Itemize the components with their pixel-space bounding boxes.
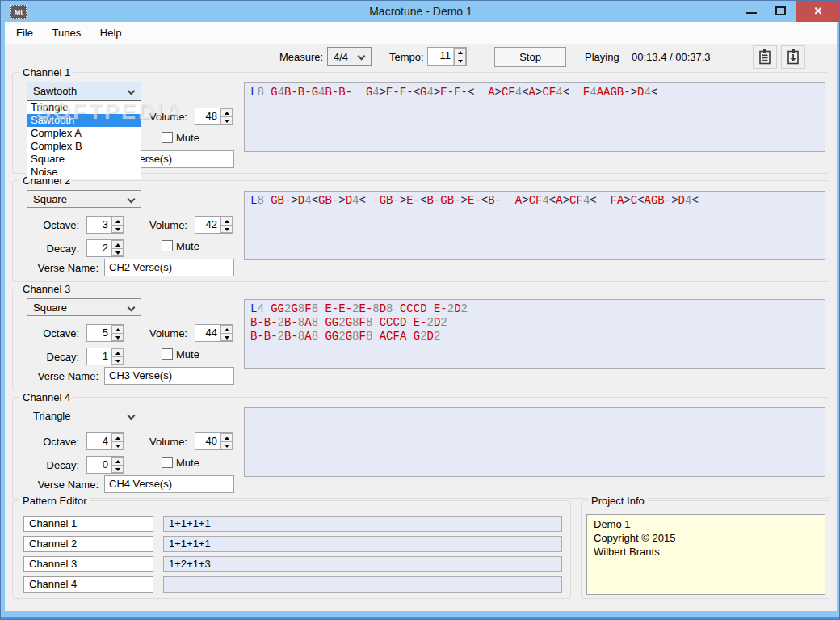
ch2-waveform-combo[interactable]: Square [27,190,141,208]
ch3-verse-input[interactable]: CH3 Verse(s) [104,367,234,385]
ch4-verse-input[interactable]: CH4 Verse(s) [104,475,234,493]
ch1-notes-editor[interactable]: L8 G4B-B-G4B-B- G4>E-E-<G4>E-E-< A>CF4<A… [244,82,825,152]
title-bar[interactable]: Mt Macrotune - Demo 1 ✕ [1,1,840,22]
tempo-spin-up[interactable] [454,48,466,57]
channel4-title: Channel 4 [19,391,74,403]
ch2-volume-spinner[interactable]: 42 [195,216,233,234]
channel1-title: Channel 1 [19,66,74,78]
ch2-mute-checkbox[interactable] [162,240,173,251]
ch4-waveform-value: Triangle [33,410,70,422]
ch4-waveform-combo[interactable]: Triangle [27,407,141,424]
ch2-octave-down[interactable] [111,226,124,234]
chevron-down-icon [128,412,136,420]
copy-clipboard-button[interactable] [753,45,777,69]
ch3-octave-down[interactable] [111,334,124,342]
ch2-octave-spinner[interactable]: 3 [86,216,124,234]
ch4-mute-checkbox[interactable] [162,457,173,468]
ch4-decay-up[interactable] [111,457,124,466]
waveform-option-square[interactable]: Square [27,153,141,166]
ch1-waveform-combo[interactable]: Sawtooth [27,82,141,99]
project-info-group: Project Info Demo 1Copyright © 2015Wilbe… [581,500,830,599]
pattern-ch1-value-input[interactable]: 1+1+1+1 [163,516,562,532]
pattern-ch3-value-input[interactable]: 1+2+1+3 [163,556,562,572]
arrow-up-icon [116,328,120,331]
ch4-decay-down[interactable] [111,466,124,474]
pattern-ch2-value-input[interactable]: 1+1+1+1 [163,536,562,552]
arrow-up-icon [225,220,229,223]
ch3-decay-down[interactable] [111,357,124,365]
waveform-option-complex-a[interactable]: Complex A [27,127,141,140]
arrow-up-icon [116,243,120,247]
pattern-ch1-name-input[interactable]: Channel 1 [23,516,153,532]
ch3-volume-spinner[interactable]: 44 [195,324,233,342]
ch1-mute-checkbox[interactable] [162,132,173,143]
channel3-group: Channel 3 Square Octave: 5 Volume: 44 De… [12,289,830,390]
ch2-decay-up[interactable] [111,240,124,249]
minimize-button[interactable] [737,1,766,22]
ch3-octave-up[interactable] [111,325,124,334]
waveform-option-triangle[interactable]: Triangle [27,101,141,114]
ch4-octave-down[interactable] [111,442,124,450]
arrow-up-icon [225,112,229,115]
ch2-decay-down[interactable] [111,249,124,257]
menu-help[interactable]: Help [92,22,130,44]
ch1-waveform-dropdown-list[interactable]: TriangleSawtoothComplex AComplex BSquare… [27,100,141,179]
menu-tunes[interactable]: Tunes [44,22,90,44]
measure-combo[interactable]: 4/4 [327,47,372,66]
project-info-text[interactable]: Demo 1Copyright © 2015Wilbert Brants [586,514,825,595]
arrow-up-icon [116,437,120,440]
waveform-option-noise[interactable]: Noise [27,166,141,179]
ch2-decay-spinner[interactable]: 2 [86,239,124,257]
ch2-notes-editor[interactable]: L8 GB->D4<GB->D4< GB->E-<B-GB->E-<B- A>C… [244,191,825,260]
waveform-option-sawtooth[interactable]: Sawtooth [27,114,141,127]
ch4-volume-down[interactable] [220,442,233,450]
playback-status-label: Playing [585,51,620,63]
arrow-up-icon [225,437,229,440]
menu-file[interactable]: File [8,22,41,44]
ch4-volume-spinner[interactable]: 40 [195,432,233,450]
tempo-spin-down[interactable] [454,57,466,66]
stop-button[interactable]: Stop [494,47,566,67]
ch4-octave-up[interactable] [111,433,124,442]
maximize-button[interactable] [766,1,796,22]
ch3-waveform-combo[interactable]: Square [27,298,141,316]
close-button[interactable]: ✕ [796,1,840,22]
ch1-volume-spinner[interactable]: 48 [195,108,233,125]
ch2-verse-input[interactable]: CH2 Verse(s) [104,259,234,276]
ch1-volume-down[interactable] [220,117,233,125]
window-bottom-edge [1,617,840,620]
ch3-notes-editor[interactable]: L4 GG2G8F8 E-E-2E-8D8 CCCD E-2D2B-B-2B-8… [244,299,825,369]
ch4-notes-editor[interactable] [244,407,825,477]
ch1-volume-label: Volume: [149,111,195,123]
ch3-volume-down[interactable] [220,334,233,342]
arrow-down-icon [458,60,463,63]
paste-clipboard-button[interactable] [781,45,805,69]
ch3-volume-label: Volume: [149,327,195,340]
ch3-mute-checkbox[interactable] [162,348,173,360]
ch3-octave-spinner[interactable]: 5 [86,324,124,342]
tempo-value: 11 [428,48,453,65]
ch3-decay-spinner[interactable]: 1 [86,348,124,365]
ch4-volume-up[interactable] [220,433,233,442]
ch4-decay-spinner[interactable]: 0 [86,456,124,474]
measure-label: Measure: [279,51,323,63]
tempo-spinner[interactable]: 11 [427,47,467,66]
chevron-down-icon [358,53,366,61]
ch3-decay-up[interactable] [111,348,124,357]
ch2-octave-up[interactable] [111,217,124,226]
ch3-volume-up[interactable] [220,325,233,334]
waveform-option-complex-b[interactable]: Complex B [27,140,141,153]
arrow-up-icon [458,51,463,54]
ch4-octave-spinner[interactable]: 4 [86,432,124,450]
ch1-volume-up[interactable] [220,108,233,117]
pattern-ch3-name-input[interactable]: Channel 3 [23,556,153,572]
ch4-decay-label: Decay: [29,459,79,471]
ch4-volume-label: Volume: [149,436,195,448]
pattern-ch2-name-input[interactable]: Channel 2 [23,536,153,552]
ch2-volume-up[interactable] [220,217,233,226]
ch2-volume-down[interactable] [220,226,233,234]
pattern-ch4-value-input[interactable] [163,576,562,593]
ch1-mute-label: Mute [176,132,200,144]
pattern-ch4-name-input[interactable]: Channel 4 [23,576,153,593]
measure-value: 4/4 [334,51,348,63]
